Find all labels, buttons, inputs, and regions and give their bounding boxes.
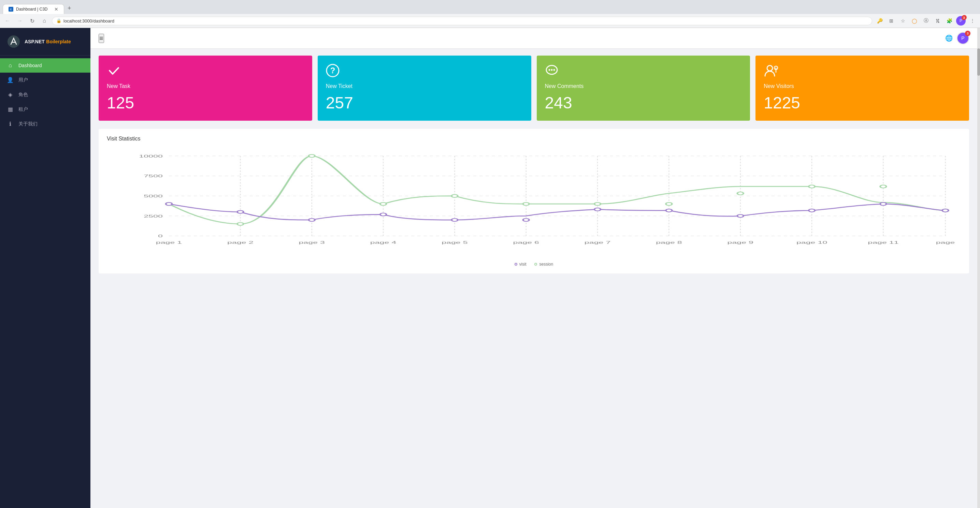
- logo-main-text: ASP.NET: [25, 39, 45, 44]
- reload-button[interactable]: ↻: [27, 16, 37, 25]
- sidebar-item-roles[interactable]: ◈ 角色: [0, 87, 91, 102]
- svg-point-52: [809, 185, 815, 188]
- tenants-icon: ▦: [7, 106, 14, 113]
- visit-statistics-chart: .grid-line { stroke: #ddd; stroke-width:…: [107, 149, 961, 258]
- globe-icon-button[interactable]: 🌐: [945, 35, 953, 42]
- hamburger-menu-button[interactable]: ≡: [99, 34, 104, 43]
- sidebar-item-tenants-label: 租户: [18, 106, 28, 113]
- chart-title: Visit Statistics: [107, 136, 961, 142]
- sidebar-item-about[interactable]: ℹ 关于我们: [0, 117, 91, 131]
- new-tab-button[interactable]: +: [64, 3, 75, 14]
- sidebar-item-users-label: 用户: [18, 77, 28, 83]
- svg-point-48: [523, 203, 529, 206]
- home-button[interactable]: ⌂: [40, 16, 49, 25]
- profile-avatar[interactable]: P 3: [956, 16, 966, 25]
- sidebar-logo: ASP.NET Boilerplate: [0, 28, 91, 56]
- comments-icon: [545, 64, 742, 81]
- extension-icon-1[interactable]: ◯: [910, 16, 919, 25]
- stat-card-new-comments-value: 243: [545, 95, 742, 111]
- svg-text:page 10: page 10: [796, 240, 827, 245]
- stat-card-new-visitors-label: New Visitors: [764, 83, 961, 89]
- svg-point-66: [942, 209, 948, 212]
- about-icon: ℹ: [7, 121, 14, 127]
- sidebar-item-dashboard[interactable]: ⌂ Dashboard: [0, 58, 91, 73]
- sidebar: ASP.NET Boilerplate ⌂ Dashboard 👤 用户 ◈ 角…: [0, 28, 91, 508]
- translate-icon[interactable]: ⊞: [886, 16, 896, 25]
- ticket-icon: ?: [326, 64, 523, 81]
- sidebar-item-users[interactable]: 👤 用户: [0, 73, 91, 87]
- scrollbar[interactable]: [977, 28, 980, 508]
- logo-text-container: ASP.NET Boilerplate: [25, 38, 71, 44]
- active-tab[interactable]: C Dashboard | C3D ✕: [3, 4, 64, 14]
- svg-text:?: ?: [330, 66, 335, 75]
- svg-point-47: [452, 194, 458, 197]
- sidebar-item-about-label: 关于我们: [18, 121, 38, 127]
- session-legend-label: session: [539, 262, 553, 267]
- roles-icon: ◈: [7, 91, 14, 98]
- header-right-actions: 🌐 P 3: [945, 32, 969, 44]
- stat-card-new-comments[interactable]: New Comments 243: [537, 56, 750, 121]
- svg-text:7500: 7500: [144, 173, 163, 178]
- stat-card-new-comments-label: New Comments: [545, 83, 742, 89]
- svg-text:+: +: [774, 66, 777, 71]
- tab-favicon: C: [8, 7, 13, 11]
- sidebar-item-tenants[interactable]: ▦ 租户: [0, 102, 91, 117]
- svg-point-5: [551, 69, 552, 71]
- svg-text:page 1: page 1: [156, 240, 182, 245]
- svg-point-45: [309, 154, 315, 157]
- header-avatar-container[interactable]: P 3: [957, 32, 969, 44]
- lock-icon: 🔒: [56, 18, 61, 23]
- back-button[interactable]: ←: [3, 16, 12, 25]
- extension-icon-2[interactable]: Ⓐ: [921, 16, 931, 25]
- key-icon[interactable]: 🔑: [875, 16, 885, 25]
- scrollbar-thumb[interactable]: [977, 48, 980, 76]
- stat-card-new-visitors-value: 1225: [764, 95, 961, 111]
- browser-tabs-bar: C Dashboard | C3D ✕ +: [0, 0, 980, 14]
- menu-dots-icon[interactable]: ⋮: [968, 16, 977, 25]
- svg-point-61: [594, 208, 601, 211]
- bookmark-icon[interactable]: ☆: [898, 16, 908, 25]
- svg-text:page 2: page 2: [227, 240, 253, 245]
- svg-point-63: [737, 214, 743, 217]
- extensions-icon[interactable]: 🧩: [945, 16, 954, 25]
- visitors-icon: +: [764, 64, 961, 81]
- svg-point-53: [880, 185, 886, 188]
- svg-text:page 11: page 11: [868, 240, 899, 245]
- svg-text:page 9: page 9: [727, 240, 754, 245]
- svg-text:page 5: page 5: [442, 240, 468, 245]
- svg-text:page 6: page 6: [513, 240, 539, 245]
- stat-card-new-ticket-label: New Ticket: [326, 83, 523, 89]
- svg-point-44: [237, 223, 243, 226]
- svg-point-56: [237, 210, 243, 213]
- chart-section: Visit Statistics .grid-line { stroke: #d…: [99, 129, 969, 273]
- chart-area: .grid-line { stroke: #ddd; stroke-width:…: [107, 149, 961, 258]
- main-content: ≡ 🌐 P 3 New Task: [91, 28, 977, 508]
- forward-button[interactable]: →: [15, 16, 25, 25]
- address-bar[interactable]: 🔒 localhost:3000/dashboard: [52, 17, 872, 25]
- stat-card-new-task[interactable]: New Task 125: [99, 56, 312, 121]
- tab-close-icon[interactable]: ✕: [54, 6, 58, 12]
- sidebar-item-dashboard-label: Dashboard: [18, 63, 42, 68]
- stat-card-new-ticket[interactable]: ? New Ticket 257: [318, 56, 531, 121]
- svg-point-58: [380, 213, 386, 216]
- stat-cards-grid: New Task 125 ? New Ticket 257: [99, 56, 969, 121]
- svg-point-6: [553, 69, 555, 71]
- svg-point-49: [594, 203, 601, 206]
- svg-text:5000: 5000: [144, 194, 163, 198]
- legend-session: session: [535, 262, 553, 267]
- svg-point-7: [767, 65, 773, 71]
- svg-text:page: page: [936, 240, 955, 245]
- stat-card-new-task-label: New Task: [107, 83, 304, 89]
- extension-icon-3[interactable]: ⛕: [933, 16, 942, 25]
- svg-point-60: [523, 219, 529, 222]
- svg-text:10000: 10000: [139, 154, 163, 158]
- browser-chrome: C Dashboard | C3D ✕ + ← → ↻ ⌂ 🔒 localhos…: [0, 0, 980, 28]
- svg-point-51: [737, 192, 743, 195]
- svg-point-46: [380, 203, 386, 206]
- users-icon: 👤: [7, 77, 14, 83]
- visit-legend-label: visit: [519, 262, 527, 267]
- session-legend-dot: [535, 263, 537, 265]
- stat-card-new-visitors[interactable]: + New Visitors 1225: [756, 56, 969, 121]
- svg-point-64: [809, 209, 815, 212]
- chart-legend: visit session: [107, 262, 961, 267]
